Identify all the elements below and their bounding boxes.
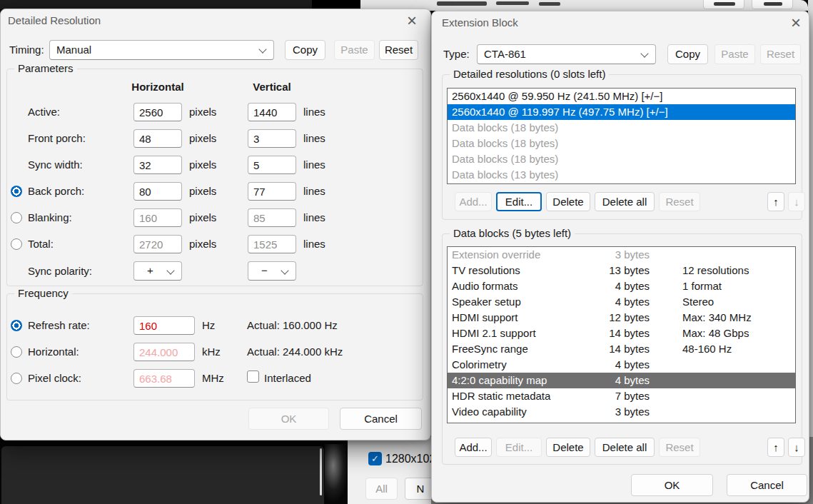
horizontal-frequency-input[interactable] — [133, 343, 195, 361]
back-porch-horizontal-input[interactable] — [133, 182, 182, 201]
blanking-horizontal-input[interactable] — [133, 208, 182, 227]
background-dark-window — [1, 446, 324, 504]
delete-all-button[interactable]: Delete all — [595, 192, 655, 211]
truncated-text-artifact — [539, 2, 560, 6]
list-item[interactable]: Colorimetry4 bytes — [448, 357, 795, 373]
none-button-partial[interactable]: N — [405, 478, 431, 500]
total-radio[interactable] — [11, 238, 22, 250]
front-porch-vertical-input[interactable] — [248, 129, 296, 148]
data-block-bytes: 3 bytes — [555, 247, 650, 263]
cancel-button[interactable]: Cancel — [727, 474, 807, 496]
ok-button[interactable]: OK — [248, 408, 329, 430]
list-item[interactable]: Data blocks (18 bytes) — [448, 136, 795, 151]
delete-button[interactable]: Delete — [546, 192, 590, 211]
list-item[interactable]: HDMI 2.1 support14 bytesMax: 48 Gbps — [448, 326, 795, 341]
edit-button[interactable]: Edit... — [496, 438, 542, 457]
parameters-legend: Parameters — [14, 62, 77, 74]
add-button[interactable]: Add... — [455, 438, 492, 457]
data-block-bytes: 12 bytes — [555, 310, 650, 326]
pixel-clock-radio[interactable] — [11, 373, 22, 384]
lines-unit: lines — [303, 132, 325, 144]
all-button[interactable]: All — [365, 478, 398, 500]
list-item[interactable]: FreeSync range14 bytes48-160 Hz — [448, 341, 795, 357]
back-porch-radio[interactable] — [11, 186, 22, 197]
list-item[interactable]: Data blocks (18 bytes) — [448, 151, 795, 167]
reset-button[interactable]: Reset — [379, 40, 418, 60]
pixels-unit: pixels — [189, 158, 216, 171]
move-down-button[interactable]: ↓ — [788, 438, 805, 457]
resolution-checkbox[interactable]: ✓ — [368, 452, 382, 465]
list-item[interactable]: HDMI support12 bytesMax: 340 MHz — [448, 310, 795, 326]
list-item[interactable]: Data blocks (13 bytes) — [448, 167, 795, 183]
edit-button[interactable]: Edit... — [496, 192, 542, 211]
interlaced-checkbox[interactable] — [247, 371, 259, 383]
close-icon[interactable]: × — [787, 14, 804, 31]
reset-button[interactable]: Reset — [760, 44, 801, 64]
copy-button[interactable]: Copy — [667, 44, 708, 64]
background-partial-button[interactable] — [703, 0, 744, 9]
data-block-name: HDR static metadata — [452, 388, 550, 404]
detailed-resolution-dialog: Detailed Resolution × Timing: Manual Cop… — [0, 9, 431, 440]
check-icon: ✓ — [371, 453, 379, 464]
list-item[interactable]: Audio formats4 bytes1 format — [448, 278, 795, 294]
sync-width-vertical-input[interactable] — [248, 156, 296, 174]
move-up-button[interactable]: ↑ — [767, 438, 784, 457]
move-up-button[interactable]: ↑ — [767, 192, 784, 211]
chevron-down-icon — [281, 266, 288, 274]
paste-button[interactable]: Paste — [334, 40, 375, 60]
blanking-radio[interactable] — [11, 212, 22, 223]
extension-block-dialog: Extension Block × Type: CTA-861 Copy Pas… — [431, 11, 809, 503]
blanking-vertical-input[interactable] — [248, 208, 296, 227]
truncated-text-artifact — [764, 2, 782, 6]
list-item-selected-inactive[interactable]: 4:2:0 capability map4 bytes — [448, 373, 795, 388]
front-porch-label: Front porch: — [28, 132, 86, 144]
sync-polarity-horizontal-dropdown[interactable]: + — [133, 261, 182, 281]
back-porch-label: Back porch: — [28, 185, 84, 197]
list-item[interactable]: Speaker setup4 bytesStereo — [448, 294, 795, 310]
timing-value: Manual — [56, 44, 91, 56]
horizontal-frequency-radio[interactable] — [11, 346, 22, 358]
reset-list-button[interactable]: Reset — [659, 438, 700, 457]
front-porch-horizontal-input[interactable] — [133, 129, 182, 148]
pixels-unit: pixels — [189, 106, 216, 118]
timing-dropdown[interactable]: Manual — [49, 40, 274, 60]
ok-button[interactable]: OK — [631, 474, 713, 496]
paste-button[interactable]: Paste — [714, 44, 755, 64]
list-item[interactable]: Extension override3 bytes — [448, 247, 795, 263]
lines-unit: lines — [303, 106, 325, 118]
pixel-clock-input[interactable] — [133, 369, 195, 388]
close-icon[interactable]: × — [403, 12, 420, 29]
type-dropdown[interactable]: CTA-861 — [477, 44, 656, 64]
data-block-bytes: 3 bytes — [555, 404, 650, 420]
list-item[interactable]: Data blocks (18 bytes) — [448, 120, 795, 136]
list-item[interactable]: 2560x1440 @ 59.950 Hz (241.50 MHz) [+/−] — [448, 89, 795, 104]
add-button[interactable]: Add... — [455, 192, 492, 211]
active-label: Active: — [28, 106, 60, 118]
dialog-title: Extension Block — [442, 16, 518, 29]
copy-button[interactable]: Copy — [285, 40, 325, 60]
refresh-rate-input[interactable] — [133, 316, 195, 335]
background-partial-button[interactable] — [752, 0, 793, 9]
reset-list-button[interactable]: Reset — [659, 192, 700, 211]
move-down-button[interactable]: ↓ — [788, 192, 805, 211]
sync-polarity-vertical-dropdown[interactable]: − — [248, 261, 296, 281]
list-item-selected[interactable]: 2560x1440 @ 119.997 Hz (497.75 MHz) [+/−… — [448, 104, 795, 120]
total-vertical-input[interactable] — [248, 235, 296, 253]
delete-button[interactable]: Delete — [546, 438, 590, 457]
list-item[interactable]: HDR static metadata7 bytes — [448, 388, 795, 404]
refresh-rate-radio[interactable] — [11, 320, 22, 331]
blanking-label: Blanking: — [28, 211, 72, 223]
list-item[interactable]: Video capability3 bytes — [448, 404, 795, 420]
active-vertical-input[interactable] — [248, 103, 296, 121]
back-porch-vertical-input[interactable] — [248, 182, 296, 201]
chevron-down-icon — [258, 45, 266, 53]
total-horizontal-input[interactable] — [133, 235, 182, 253]
cancel-button[interactable]: Cancel — [340, 408, 422, 430]
mhz-unit: MHz — [202, 372, 224, 384]
active-horizontal-input[interactable] — [133, 103, 182, 121]
background-scrollbar[interactable] — [320, 448, 322, 495]
list-item[interactable]: TV resolutions13 bytes12 resolutions — [448, 263, 795, 278]
delete-all-button[interactable]: Delete all — [595, 438, 655, 457]
data-block-bytes: 14 bytes — [555, 326, 650, 341]
sync-width-horizontal-input[interactable] — [133, 156, 182, 174]
